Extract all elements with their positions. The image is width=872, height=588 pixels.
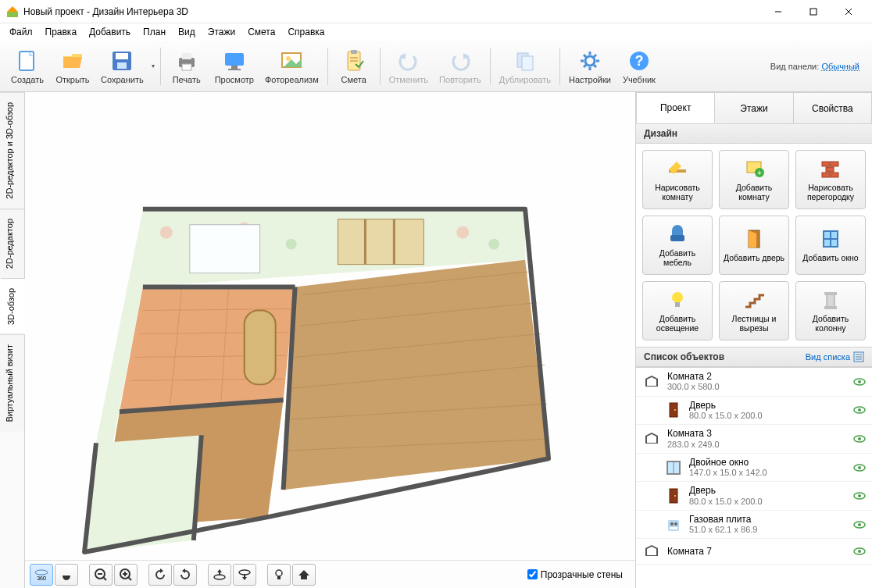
add-door-button[interactable]: Добавить дверь	[719, 216, 789, 275]
duplicate-button[interactable]: Дублировать	[494, 43, 556, 90]
transparent-walls-checkbox[interactable]: Прозрачные стены	[527, 569, 631, 580]
draw-partition-button[interactable]: Нарисовать перегородку	[795, 150, 866, 209]
svg-marker-85	[217, 569, 222, 572]
add-light-button[interactable]: Добавить освещение	[642, 281, 713, 340]
svg-rect-98	[826, 167, 834, 172]
undo-button[interactable]: Отменить	[384, 43, 434, 90]
tutorial-label: Учебник	[623, 75, 656, 84]
door-icon	[742, 228, 767, 250]
3d-viewport[interactable]	[25, 92, 635, 560]
svg-point-141	[858, 523, 861, 526]
svg-text:+: +	[757, 169, 762, 177]
svg-marker-88	[242, 577, 247, 580]
print-label: Печать	[173, 75, 201, 84]
add-column-button[interactable]: Добавить колонну	[795, 281, 866, 340]
list-item[interactable]: Дверь80.0 x 15.0 x 200.0	[636, 397, 872, 426]
panel-mode-link[interactable]: Обычный	[821, 62, 859, 71]
stairs-button[interactable]: Лестницы и вырезы	[719, 281, 789, 340]
floorplan-render	[25, 92, 635, 560]
tilt-up-button[interactable]	[208, 564, 231, 586]
visibility-toggle[interactable]	[853, 547, 866, 556]
open-button[interactable]: Открыть	[50, 43, 95, 90]
draw-room-button[interactable]: Нарисовать комнату	[642, 150, 713, 209]
save-label: Сохранить	[101, 75, 144, 84]
svg-rect-101	[670, 235, 684, 241]
visibility-toggle[interactable]	[853, 405, 866, 415]
menu-file[interactable]: Файл	[3, 25, 39, 39]
svg-point-107	[672, 292, 683, 303]
add-room-button[interactable]: + Добавить комнату	[719, 150, 789, 209]
item-dimensions: 80.0 x 15.0 x 200.0	[689, 411, 847, 421]
redo-button[interactable]: Повторить	[434, 43, 487, 90]
add-window-button[interactable]: Добавить окно	[795, 216, 866, 275]
svg-rect-14	[225, 53, 244, 66]
zoom-in-button[interactable]	[114, 564, 138, 586]
photorealism-button[interactable]: Фотореализм	[259, 43, 324, 90]
pan-button[interactable]	[55, 564, 78, 586]
design-header-label: Дизайн	[644, 128, 677, 139]
menu-floors[interactable]: Этажи	[202, 25, 241, 39]
svg-point-40	[160, 226, 173, 239]
visibility-toggle[interactable]	[853, 463, 866, 472]
save-button[interactable]: Сохранить	[95, 43, 149, 90]
rotate-left-button[interactable]	[148, 564, 172, 586]
tab-floors[interactable]: Этажи	[715, 92, 793, 123]
tab-2d-and-3d[interactable]: 2D-редактор и 3D-обзор	[0, 92, 24, 208]
list-item[interactable]: Комната 7	[636, 539, 872, 565]
list-view-toggle[interactable]: Вид списка	[806, 351, 864, 362]
menu-help[interactable]: Справка	[281, 25, 331, 39]
menu-view[interactable]: Вид	[172, 25, 202, 39]
svg-rect-132	[670, 489, 677, 503]
close-button[interactable]	[831, 0, 866, 23]
svg-point-43	[286, 239, 297, 250]
tab-properties[interactable]: Свойства	[794, 92, 872, 123]
menu-edit[interactable]: Правка	[39, 25, 84, 39]
object-list[interactable]: Комната 2300.0 x 580.0Дверь80.0 x 15.0 x…	[636, 367, 872, 588]
panel-mode-selector: Вид панели: Обычный	[770, 62, 867, 71]
menubar: Файл Правка Добавить План Вид Этажи Смет…	[0, 23, 872, 41]
svg-rect-13	[182, 64, 191, 70]
tilt-down-button[interactable]	[233, 564, 256, 586]
estimate-button[interactable]: Смета	[331, 43, 377, 90]
minimize-button[interactable]	[760, 0, 795, 23]
visibility-toggle[interactable]	[853, 491, 866, 501]
maximize-button[interactable]	[795, 0, 831, 23]
create-button[interactable]: Создать	[5, 43, 50, 90]
tutorial-button[interactable]: ? Учебник	[616, 43, 662, 90]
menu-plan[interactable]: План	[137, 25, 172, 39]
undo-label: Отменить	[389, 75, 428, 84]
rotate-right-button[interactable]	[173, 564, 197, 586]
visibility-toggle[interactable]	[853, 434, 866, 444]
transparent-walls-input[interactable]	[527, 569, 538, 579]
add-furniture-button[interactable]: Добавить мебель	[642, 216, 713, 275]
svg-point-137	[670, 522, 674, 526]
list-item[interactable]: Дверь80.0 x 15.0 x 200.0	[636, 482, 872, 511]
help-icon: ?	[627, 48, 652, 73]
list-item[interactable]: Комната 2300.0 x 580.0	[636, 368, 872, 397]
list-item[interactable]: Газовая плита51.0 x 62.1 x 86.9	[636, 511, 872, 540]
preview-button[interactable]: Просмотр	[209, 43, 259, 90]
light-button[interactable]	[267, 564, 291, 586]
visibility-toggle[interactable]	[853, 520, 866, 529]
tab-project[interactable]: Проект	[636, 92, 715, 123]
tab-2d-editor[interactable]: 2D-редактор	[0, 208, 24, 278]
svg-point-127	[858, 437, 861, 440]
tab-virtual-visit[interactable]: Виртуальный визит	[0, 334, 24, 432]
list-item[interactable]: Комната 3283.0 x 249.0	[636, 425, 872, 454]
visibility-toggle[interactable]	[853, 377, 866, 387]
print-button[interactable]: Печать	[164, 43, 209, 90]
settings-button[interactable]: Настройки	[563, 43, 616, 90]
save-dropdown[interactable]: ▾	[149, 43, 157, 90]
menu-add[interactable]: Добавить	[83, 25, 137, 39]
list-item[interactable]: Двойное окно147.0 x 15.0 x 142.0	[636, 454, 872, 483]
item-text: Комната 3283.0 x 249.0	[667, 428, 847, 450]
zoom-out-button[interactable]	[89, 564, 113, 586]
clipboard-icon	[341, 48, 366, 73]
item-text: Комната 2300.0 x 580.0	[667, 371, 847, 393]
home-button[interactable]	[292, 564, 316, 586]
titlebar: Новый проект - Дизайн Интерьера 3D	[0, 0, 872, 23]
orbit-360-button[interactable]: 360	[30, 564, 53, 586]
tab-3d-view[interactable]: 3D-обзор	[0, 278, 25, 334]
svg-point-135	[858, 494, 861, 497]
menu-estimate[interactable]: Смета	[241, 25, 281, 39]
